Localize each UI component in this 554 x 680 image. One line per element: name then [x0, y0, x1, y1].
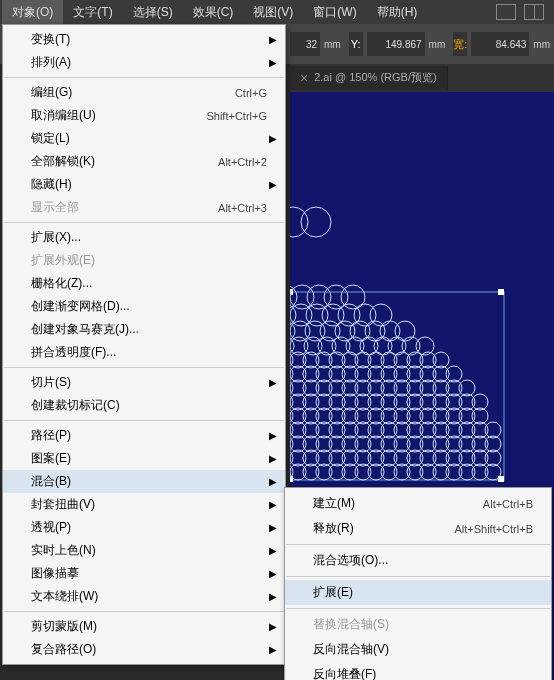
submenu-arrow-icon: ▶	[269, 476, 277, 487]
w-label: 宽:	[453, 32, 467, 56]
object-menu-item-label: 创建对象马赛克(J)...	[31, 321, 267, 338]
svg-point-27	[380, 321, 400, 341]
object-menu-item-26[interactable]: 图像描摹▶	[3, 562, 285, 585]
y-input[interactable]	[367, 32, 425, 56]
object-menu-item-label: 图案(E)	[31, 450, 267, 467]
blend-submenu: 建立(M)Alt+Ctrl+B释放(R)Alt+Shift+Ctrl+B混合选项…	[284, 487, 552, 680]
object-menu-item-label: 切片(S)	[31, 374, 267, 391]
object-menu-item-29[interactable]: 剪切蒙版(M)▶	[3, 615, 285, 638]
object-menu-shortcut: Alt+Ctrl+3	[218, 202, 267, 214]
object-menu-item-label: 创建渐变网格(D)...	[31, 298, 267, 315]
blend-submenu-item-9[interactable]: 反向堆叠(F)	[285, 662, 551, 680]
blend-submenu-item-1[interactable]: 释放(R)Alt+Shift+Ctrl+B	[285, 516, 551, 541]
object-menu-item-13[interactable]: 创建渐变网格(D)...	[3, 295, 285, 318]
object-menu-item-label: 透视(P)	[31, 519, 267, 536]
object-menu-item-11: 扩展外观(E)	[3, 249, 285, 272]
object-menu-item-24[interactable]: 透视(P)▶	[3, 516, 285, 539]
w-input[interactable]	[471, 32, 529, 56]
submenu-arrow-icon: ▶	[269, 57, 277, 68]
blend-submenu-separator	[286, 608, 550, 609]
menu-window[interactable]: 窗口(W)	[303, 0, 366, 25]
object-menu-item-label: 创建裁切标记(C)	[31, 397, 267, 414]
submenu-arrow-icon: ▶	[269, 522, 277, 533]
object-menu-separator	[4, 222, 284, 223]
menu-object[interactable]: 对象(O)	[2, 0, 63, 25]
object-menu-item-14[interactable]: 创建对象马赛克(J)...	[3, 318, 285, 341]
close-icon[interactable]: ×	[300, 70, 308, 86]
object-menu-item-label: 复合路径(O)	[31, 641, 267, 658]
object-menu-separator	[4, 420, 284, 421]
object-menu-item-label: 实时上色(N)	[31, 542, 267, 559]
object-menu-item-17[interactable]: 切片(S)▶	[3, 371, 285, 394]
document-tab-label: 2.ai @ 150% (RGB/预览)	[314, 70, 436, 86]
blend-submenu-item-0[interactable]: 建立(M)Alt+Ctrl+B	[285, 491, 551, 516]
submenu-arrow-icon: ▶	[269, 133, 277, 144]
svg-point-21	[290, 321, 310, 341]
svg-point-7	[301, 207, 331, 237]
blend-submenu-shortcut: Alt+Shift+Ctrl+B	[454, 523, 533, 535]
object-menu-shortcut: Alt+Ctrl+2	[218, 156, 267, 168]
x-partial-input[interactable]	[290, 32, 320, 56]
blend-submenu-item-label: 释放(R)	[313, 520, 454, 537]
menubar-layout-icons	[496, 4, 554, 20]
object-menu-shortcut: Shift+Ctrl+G	[206, 110, 267, 122]
object-menu-item-15[interactable]: 拼合透明度(F)...	[3, 341, 285, 364]
object-menu-item-label: 取消编组(U)	[31, 107, 206, 124]
blend-submenu-item-label: 混合选项(O)...	[313, 552, 533, 569]
object-menu-item-6[interactable]: 全部解锁(K)Alt+Ctrl+2	[3, 150, 285, 173]
blend-submenu-item-8[interactable]: 反向混合轴(V)	[285, 637, 551, 662]
menu-effect[interactable]: 效果(C)	[183, 0, 244, 25]
submenu-arrow-icon: ▶	[269, 644, 277, 655]
object-menu-item-22[interactable]: 混合(B)▶	[3, 470, 285, 493]
object-menu-item-18[interactable]: 创建裁切标记(C)	[3, 394, 285, 417]
menu-select[interactable]: 选择(S)	[123, 0, 183, 25]
submenu-arrow-icon: ▶	[269, 34, 277, 45]
object-menu-item-1[interactable]: 排列(A)▶	[3, 51, 285, 74]
blend-submenu-item-7: 替换混合轴(S)	[285, 612, 551, 637]
menu-type[interactable]: 文字(T)	[63, 0, 122, 25]
object-menu-item-10[interactable]: 扩展(X)...	[3, 226, 285, 249]
submenu-arrow-icon: ▶	[269, 499, 277, 510]
menu-help[interactable]: 帮助(H)	[367, 0, 428, 25]
object-menu-item-label: 排列(A)	[31, 54, 267, 71]
menu-view[interactable]: 视图(V)	[243, 0, 303, 25]
object-menu-item-label: 拼合透明度(F)...	[31, 344, 267, 361]
object-menu-item-label: 全部解锁(K)	[31, 153, 218, 170]
object-menu-item-21[interactable]: 图案(E)▶	[3, 447, 285, 470]
object-menu-item-label: 混合(B)	[31, 473, 267, 490]
object-menu-item-label: 路径(P)	[31, 427, 267, 444]
object-menu-item-label: 图像描摹	[31, 565, 267, 582]
object-menu-item-label: 扩展(X)...	[31, 229, 267, 246]
unit-1: mm	[324, 39, 341, 50]
svg-point-28	[395, 321, 415, 341]
blend-submenu-item-5[interactable]: 扩展(E)	[285, 580, 551, 605]
blend-submenu-separator	[286, 576, 550, 577]
blend-submenu-item-label: 反向堆叠(F)	[313, 666, 533, 680]
object-menu-separator	[4, 77, 284, 78]
blend-submenu-item-3[interactable]: 混合选项(O)...	[285, 548, 551, 573]
layout-icon-1[interactable]	[496, 4, 516, 20]
object-menu-item-5[interactable]: 锁定(L)▶	[3, 127, 285, 150]
object-menu-item-4[interactable]: 取消编组(U)Shift+Ctrl+G	[3, 104, 285, 127]
object-menu-dropdown: 变换(T)▶排列(A)▶编组(G)Ctrl+G取消编组(U)Shift+Ctrl…	[2, 24, 286, 665]
object-menu-item-3[interactable]: 编组(G)Ctrl+G	[3, 81, 285, 104]
object-menu-item-23[interactable]: 封套扭曲(V)▶	[3, 493, 285, 516]
object-menu-item-27[interactable]: 文本绕排(W)▶	[3, 585, 285, 608]
document-tab[interactable]: × 2.ai @ 150% (RGB/预览)	[290, 66, 448, 90]
object-menu-item-7[interactable]: 隐藏(H)▶	[3, 173, 285, 196]
submenu-arrow-icon: ▶	[269, 377, 277, 388]
object-menu-separator	[4, 611, 284, 612]
layout-icon-2[interactable]	[524, 4, 544, 20]
object-menu-separator	[4, 367, 284, 368]
submenu-arrow-icon: ▶	[269, 453, 277, 464]
object-menu-item-25[interactable]: 实时上色(N)▶	[3, 539, 285, 562]
object-menu-item-label: 剪切蒙版(M)	[31, 618, 267, 635]
object-menu-item-label: 锁定(L)	[31, 130, 267, 147]
object-menu-item-12[interactable]: 栅格化(Z)...	[3, 272, 285, 295]
object-menu-item-label: 变换(T)	[31, 31, 267, 48]
unit-3: mm	[533, 39, 550, 50]
object-menu-item-0[interactable]: 变换(T)▶	[3, 28, 285, 51]
submenu-arrow-icon: ▶	[269, 179, 277, 190]
object-menu-item-30[interactable]: 复合路径(O)▶	[3, 638, 285, 661]
object-menu-item-20[interactable]: 路径(P)▶	[3, 424, 285, 447]
